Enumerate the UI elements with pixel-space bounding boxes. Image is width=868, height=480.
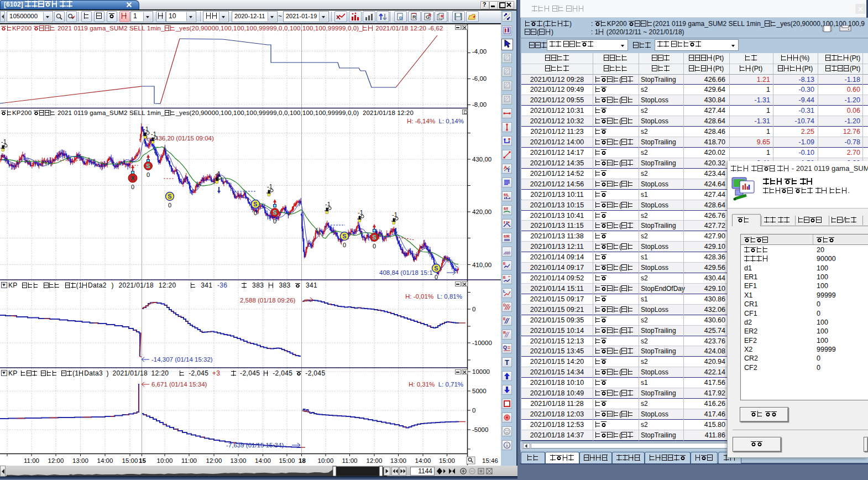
svg-text:E: E — [503, 262, 506, 265]
svg-text:T: T — [507, 168, 510, 173]
svg-text:Q: Q — [503, 345, 507, 350]
svg-text:f/L: f/L — [504, 192, 509, 197]
svg-text:f/R: f/R — [504, 234, 510, 239]
svg-text:D: D — [503, 303, 506, 307]
svg-text:E: E — [503, 317, 506, 321]
svg-text:R: R — [503, 331, 506, 335]
svg-text:L: L — [503, 289, 506, 293]
svg-text:E: E — [503, 275, 506, 279]
svg-text:f: f — [504, 220, 505, 225]
svg-text:f/f: f/f — [504, 206, 508, 211]
svg-text:T: T — [505, 358, 509, 367]
